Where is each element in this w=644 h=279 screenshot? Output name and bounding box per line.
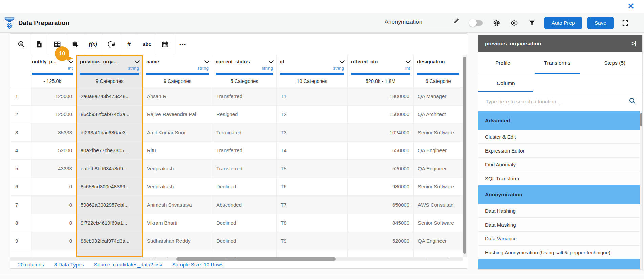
eye-icon[interactable] bbox=[509, 18, 519, 28]
status-link-1[interactable]: 3 Data Types bbox=[54, 262, 84, 268]
column-header-6[interactable]: designation6 Categorie bbox=[413, 55, 463, 87]
filter-funnel-icon[interactable] bbox=[527, 18, 537, 28]
cell[interactable]: 845000 bbox=[347, 214, 413, 232]
row-number[interactable]: 4 bbox=[10, 142, 31, 160]
cell[interactable]: AWS Consultan bbox=[413, 196, 463, 214]
sidebar-scrollbar-thumb[interactable] bbox=[640, 113, 642, 126]
cell[interactable]: 650000 bbox=[347, 142, 413, 160]
cell[interactable]: T7 bbox=[276, 196, 347, 214]
function-item[interactable]: SQL Transform bbox=[478, 171, 642, 185]
cell[interactable]: 650000 bbox=[347, 250, 413, 258]
tab-column[interactable]: Column bbox=[478, 74, 533, 92]
cell[interactable]: Transferred bbox=[212, 160, 276, 178]
table-icon[interactable] bbox=[48, 34, 66, 55]
cell[interactable]: 86cb932fcaf974d3a... bbox=[76, 232, 143, 250]
function-item[interactable]: Cluster & Edit bbox=[478, 130, 642, 144]
cell[interactable]: 52000 bbox=[31, 142, 76, 160]
cell[interactable]: 1024000 bbox=[347, 123, 413, 141]
cell[interactable]: 125000 bbox=[31, 106, 76, 123]
cell[interactable]: QA Manager bbox=[413, 87, 463, 105]
cell[interactable]: Senior Software bbox=[413, 123, 463, 141]
row-number[interactable]: 10 bbox=[10, 250, 31, 258]
row-number[interactable]: 7 bbox=[10, 196, 31, 214]
function-category[interactable] bbox=[478, 259, 642, 270]
row-number[interactable]: 9 bbox=[10, 232, 31, 250]
cell[interactable]: 125000 bbox=[31, 87, 76, 105]
sidebar-scrollbar[interactable] bbox=[640, 111, 642, 270]
cell[interactable]: 520000 bbox=[347, 232, 413, 250]
cell[interactable]: 520000 bbox=[347, 160, 413, 178]
auto-prep-button[interactable]: Auto Prep bbox=[544, 17, 582, 29]
cell[interactable]: T1 bbox=[276, 87, 347, 105]
cell[interactable]: T9 bbox=[276, 232, 347, 250]
tab-profile[interactable]: Profile bbox=[486, 52, 520, 74]
cell[interactable]: eafefb8bd634a8d9... bbox=[76, 160, 143, 178]
toggle-switch[interactable] bbox=[470, 20, 483, 26]
function-item[interactable]: Data Variance bbox=[478, 232, 642, 246]
cell[interactable]: Amit Kumar Soni bbox=[143, 123, 212, 141]
cell[interactable]: Declined bbox=[212, 214, 276, 232]
database-edit-icon[interactable] bbox=[66, 34, 84, 55]
function-category[interactable]: Advanced bbox=[478, 111, 642, 130]
file-icon[interactable] bbox=[30, 34, 48, 55]
ai-transform-icon[interactable] bbox=[102, 34, 120, 55]
tab-steps-5-[interactable]: Steps (5) bbox=[595, 52, 635, 74]
cell[interactable]: 9f722eb4619f69a1... bbox=[76, 214, 143, 232]
row-number[interactable]: 8 bbox=[10, 214, 31, 232]
function-item[interactable]: Hashing Anonymization (Using salt & pepp… bbox=[478, 246, 642, 259]
chevron-down-icon[interactable] bbox=[406, 58, 411, 64]
cell[interactable]: 43333 bbox=[31, 160, 76, 178]
cell[interactable]: QA Engineer bbox=[413, 232, 463, 250]
save-button[interactable]: Save bbox=[587, 17, 614, 29]
function-search-input[interactable] bbox=[485, 98, 629, 105]
recipe-name-field[interactable]: Anonymization bbox=[385, 18, 460, 28]
cell[interactable]: Senior Software bbox=[413, 214, 463, 232]
function-item[interactable]: Expression Editor bbox=[478, 144, 642, 158]
cell[interactable]: QA Architect bbox=[413, 106, 463, 123]
function-item[interactable]: Data Masking bbox=[478, 218, 642, 232]
cell[interactable]: 980000 bbox=[347, 178, 413, 196]
cell[interactable]: T6 bbox=[276, 178, 347, 196]
cell[interactable]: Senior Software bbox=[413, 178, 463, 196]
row-number[interactable]: 5 bbox=[10, 160, 31, 178]
hash-number-icon[interactable]: # bbox=[120, 34, 138, 55]
cell[interactable]: Declined bbox=[212, 232, 276, 250]
cell[interactable]: 4f27e527fa373a9d bbox=[76, 250, 143, 258]
cell[interactable]: Ajish T Thomas bbox=[143, 250, 212, 258]
abc-text-icon[interactable]: abc bbox=[138, 34, 156, 55]
cell[interactable]: 1800000 bbox=[347, 87, 413, 105]
cell[interactable]: T10 bbox=[276, 250, 347, 258]
function-item[interactable]: Data Hashing bbox=[478, 204, 642, 218]
cell[interactable]: T3 bbox=[276, 123, 347, 141]
cell[interactable]: Vedprakash bbox=[143, 160, 212, 178]
function-category[interactable]: Anonymization bbox=[478, 185, 642, 204]
vertical-scrollbar[interactable] bbox=[463, 55, 467, 257]
function-item[interactable]: Find Anomaly bbox=[478, 158, 642, 171]
row-number[interactable]: 6 bbox=[10, 178, 31, 196]
cell[interactable]: 2a0a8a743b473c48... bbox=[76, 87, 143, 105]
column-header-1[interactable]: previous_orga...string9 Categories bbox=[76, 55, 143, 87]
status-link-0[interactable]: 20 columns bbox=[18, 262, 44, 268]
search-data-icon[interactable] bbox=[13, 34, 30, 55]
status-link-2[interactable]: Source: candidates_data2.csv bbox=[94, 262, 162, 268]
row-number[interactable]: 1 bbox=[10, 87, 31, 105]
cell[interactable]: Business Analy bbox=[413, 250, 463, 258]
cell[interactable]: 650000 bbox=[347, 196, 413, 214]
vertical-scrollbar-thumb[interactable] bbox=[463, 57, 466, 254]
cell[interactable]: 0 bbox=[31, 232, 76, 250]
cell[interactable]: 85333 bbox=[31, 123, 76, 141]
horizontal-scrollbar-thumb[interactable] bbox=[176, 257, 336, 261]
row-number[interactable]: 2 bbox=[10, 106, 31, 123]
cell[interactable]: 8c658cd300e48399... bbox=[76, 178, 143, 196]
chevron-down-icon[interactable] bbox=[340, 58, 345, 64]
close-icon[interactable]: ✕ bbox=[627, 1, 635, 11]
cell[interactable]: Resigned bbox=[212, 106, 276, 123]
cell[interactable]: Declined bbox=[212, 178, 276, 196]
cell[interactable]: 0 bbox=[31, 214, 76, 232]
column-header-5[interactable]: offered_ctcint520.0k - 1.8M bbox=[347, 55, 413, 87]
horizontal-scrollbar[interactable] bbox=[10, 257, 463, 261]
tab-transforms[interactable]: Transforms bbox=[535, 52, 580, 74]
cell[interactable]: Transferred bbox=[212, 87, 276, 105]
edit-pencil-icon[interactable] bbox=[453, 18, 460, 25]
cell[interactable]: T2 bbox=[276, 106, 347, 123]
